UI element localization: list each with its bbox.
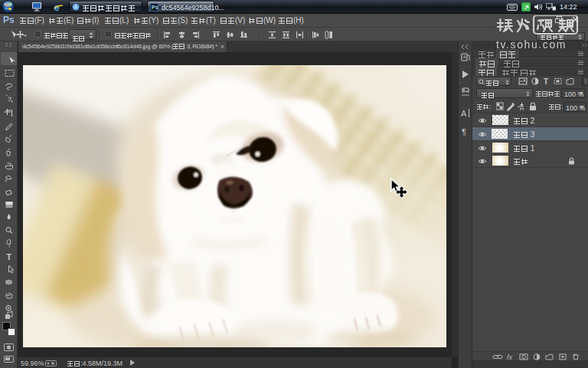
svg-text:T: T xyxy=(544,77,548,85)
svg-text:T: T xyxy=(7,252,12,261)
svg-text:¶: ¶ xyxy=(462,127,466,136)
svg-text:tv.sohu.com: tv.sohu.com xyxy=(496,38,567,51)
svg-text:A: A xyxy=(461,109,467,118)
svg-text:fx: fx xyxy=(507,353,513,360)
